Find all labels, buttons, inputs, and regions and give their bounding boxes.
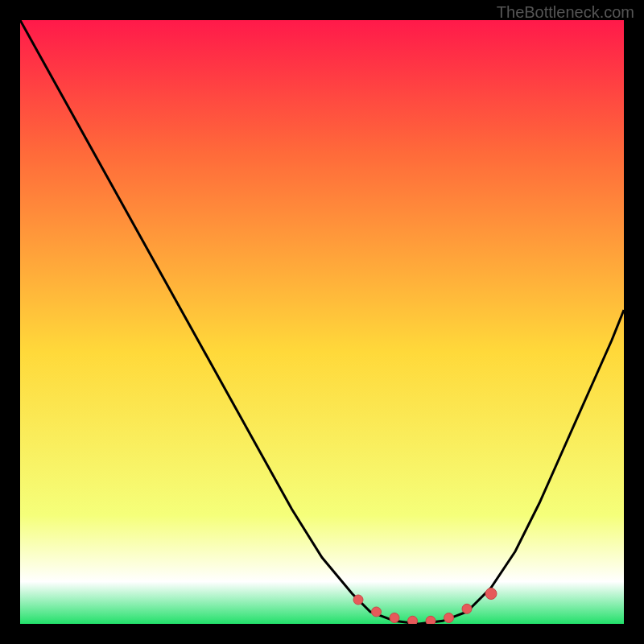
gradient-background — [20, 20, 624, 624]
chart-container: TheBottleneck.com — [0, 0, 644, 644]
curve-marker — [372, 607, 382, 617]
curve-marker — [353, 595, 363, 605]
curve-marker — [390, 613, 399, 623]
watermark-text: TheBottleneck.com — [497, 3, 634, 22]
curve-marker — [408, 616, 418, 624]
curve-marker — [485, 588, 497, 600]
curve-marker — [462, 604, 472, 613]
curve-marker — [426, 616, 436, 624]
chart-svg — [20, 20, 624, 624]
curve-marker — [444, 613, 454, 623]
plot-area — [20, 20, 624, 624]
